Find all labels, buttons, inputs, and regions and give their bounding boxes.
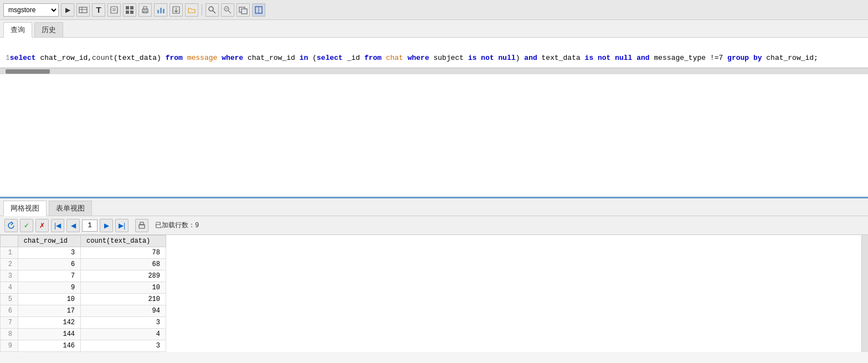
cell-count: 10 (81, 282, 166, 294)
run-button[interactable]: ▶ (61, 3, 74, 17)
cell-chat-row-id: 146 (18, 340, 80, 352)
results-panel: 网格视图 表单视图 ✓ ✗ |◀ ◀ 1 ▶ ▶| (0, 198, 868, 363)
row-num-header (1, 236, 18, 247)
cell-count: 3 (81, 340, 166, 352)
query-tab-bar: 查询 历史 (0, 20, 868, 38)
window2-button[interactable] (252, 3, 265, 17)
svg-line-19 (213, 11, 215, 13)
svg-rect-13 (157, 10, 159, 13)
chart-button[interactable] (154, 3, 167, 17)
svg-rect-15 (163, 9, 165, 13)
row-number: 2 (1, 259, 18, 270)
table-row[interactable]: 4 9 10 (1, 282, 166, 294)
row-number: 5 (1, 294, 18, 305)
row-number: 7 (1, 317, 18, 329)
results-toolbar: ✓ ✗ |◀ ◀ 1 ▶ ▶| 已加载行数：9 (0, 216, 868, 235)
table-row[interactable]: 5 10 210 (1, 294, 166, 305)
row-number: 8 (1, 329, 18, 340)
svg-rect-12 (143, 11, 147, 13)
table-row[interactable]: 8 144 4 (1, 329, 166, 340)
save-arrow-button[interactable] (170, 3, 183, 17)
horizontal-scrollbar[interactable] (0, 68, 868, 74)
open-button[interactable] (185, 3, 198, 17)
prev-page-button[interactable]: ◀ (66, 219, 80, 232)
col-count-header[interactable]: count(text_data) (81, 236, 166, 247)
print-button[interactable] (138, 3, 152, 17)
print-results-button[interactable] (135, 219, 148, 232)
database-select[interactable]: msgstore (3, 3, 59, 17)
table-row[interactable]: 2 6 68 (1, 259, 166, 270)
table-icon-button[interactable] (76, 3, 90, 17)
cell-count: 68 (81, 259, 166, 270)
svg-rect-3 (111, 7, 117, 13)
commit-button[interactable]: ✓ (20, 219, 33, 232)
svg-point-18 (209, 7, 213, 11)
cell-chat-row-id: 7 (18, 270, 80, 282)
cell-count: 210 (81, 294, 166, 305)
row-number: 1 (1, 247, 18, 259)
cell-chat-row-id: 142 (18, 317, 80, 329)
editor-content: 1select chat_row_id,count(text_data) fro… (0, 38, 868, 68)
data-table: chat_row_id count(text_data) 1 3 78 2 6 … (0, 235, 166, 352)
loaded-info: 已加载行数：9 (155, 221, 199, 230)
tab-query[interactable]: 查询 (3, 22, 32, 38)
grid-button[interactable] (123, 3, 136, 17)
row-number: 4 (1, 282, 18, 294)
next-page-button[interactable]: ▶ (100, 219, 113, 232)
svg-rect-9 (130, 11, 133, 14)
table-row[interactable]: 3 7 289 (1, 270, 166, 282)
cell-chat-row-id: 144 (18, 329, 80, 340)
vertical-scrollbar[interactable] (861, 235, 868, 352)
text-button[interactable]: T (92, 3, 105, 17)
table-row[interactable]: 1 3 78 (1, 247, 166, 259)
svg-rect-6 (126, 6, 129, 9)
cell-count: 78 (81, 247, 166, 259)
cell-count: 3 (81, 317, 166, 329)
col-chat-row-id-header[interactable]: chat_row_id (18, 236, 80, 247)
svg-rect-7 (130, 6, 133, 9)
refresh-button[interactable] (4, 219, 18, 232)
main-layout: 查询 历史 1select chat_row_id,count(text_dat… (0, 20, 868, 363)
svg-line-21 (228, 11, 231, 13)
svg-rect-8 (126, 11, 129, 14)
table-row[interactable]: 7 142 3 (1, 317, 166, 329)
row-number: 3 (1, 270, 18, 282)
cell-chat-row-id: 10 (18, 294, 80, 305)
cell-count: 289 (81, 270, 166, 282)
main-toolbar: msgstore ▶ T (0, 0, 868, 20)
table-row[interactable]: 6 17 94 (1, 305, 166, 317)
data-table-container: chat_row_id count(text_data) 1 3 78 2 6 … (0, 235, 868, 352)
last-page-button[interactable]: ▶| (115, 219, 129, 232)
first-page-button[interactable]: |◀ (51, 219, 64, 232)
table-body: 1 3 78 2 6 68 3 7 289 4 9 10 5 10 210 6 … (1, 247, 166, 352)
svg-rect-24 (242, 9, 247, 14)
table-header-row: chat_row_id count(text_data) (1, 236, 166, 247)
row-number: 6 (1, 305, 18, 317)
search-button[interactable] (206, 3, 219, 17)
format-button[interactable] (107, 3, 121, 17)
cell-chat-row-id: 9 (18, 282, 80, 294)
cell-chat-row-id: 6 (18, 259, 80, 270)
tab-history[interactable]: 历史 (34, 22, 63, 37)
cell-chat-row-id: 17 (18, 305, 80, 317)
scrollbar-thumb (6, 69, 50, 74)
svg-rect-0 (79, 7, 87, 13)
toolbar-separator (202, 4, 202, 16)
cell-count: 94 (81, 305, 166, 317)
cell-count: 4 (81, 329, 166, 340)
row-number: 9 (1, 340, 18, 352)
sql-editor[interactable]: 1select chat_row_id,count(text_data) fro… (0, 38, 868, 198)
search2-button[interactable] (221, 3, 234, 17)
results-tab-bar: 网格视图 表单视图 (0, 198, 868, 216)
cell-chat-row-id: 3 (18, 247, 80, 259)
tab-grid-view[interactable]: 网格视图 (3, 201, 47, 216)
cancel-edit-button[interactable]: ✗ (35, 219, 49, 232)
tab-form-view[interactable]: 表单视图 (49, 201, 92, 216)
window1-button[interactable] (237, 3, 250, 17)
svg-rect-14 (160, 8, 162, 13)
table-row[interactable]: 9 146 3 (1, 340, 166, 352)
page-number: 1 (82, 219, 97, 232)
